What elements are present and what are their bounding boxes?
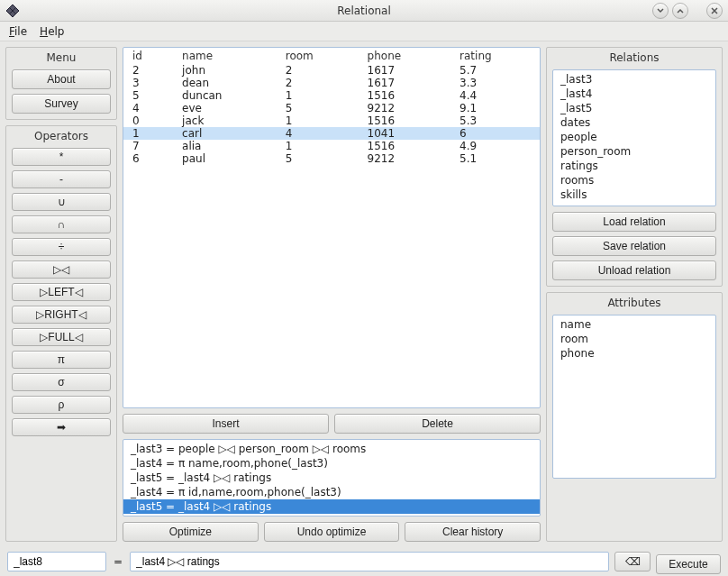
operator-button-10[interactable]: σ	[12, 373, 111, 391]
delete-button[interactable]: Delete	[334, 414, 541, 434]
expression-input[interactable]	[130, 552, 609, 571]
optimize-button[interactable]: Optimize	[123, 522, 259, 542]
relation-item[interactable]: ratings	[553, 159, 715, 173]
operator-button-0[interactable]: *	[12, 148, 111, 166]
menu-bar: File Help	[0, 22, 728, 41]
relation-item[interactable]: skills	[553, 187, 715, 202]
relation-data-table[interactable]: idnameroomphonerating 2john216175.73dean…	[123, 47, 541, 408]
save-relation-button[interactable]: Save relation	[552, 236, 716, 256]
maximize-button[interactable]	[672, 3, 688, 19]
about-button[interactable]: About	[12, 69, 111, 89]
relation-item[interactable]: _last3	[553, 72, 715, 87]
relation-item[interactable]: person_room	[553, 144, 715, 159]
attributes-panel: Attributes nameroomphone	[546, 292, 723, 542]
undo-optimize-button[interactable]: Undo optimize	[264, 522, 400, 542]
column-header[interactable]: room	[277, 48, 359, 64]
history-item[interactable]: _last5 = _last4 ▷◁ ratings	[123, 499, 540, 514]
operator-button-3[interactable]: ∩	[12, 215, 111, 233]
history-item[interactable]: _last4 = π name,room,phone(_last3)	[123, 456, 540, 471]
operator-button-1[interactable]: -	[12, 170, 111, 188]
menu-help[interactable]: Help	[40, 25, 64, 38]
title-bar: Relational	[0, 0, 728, 22]
table-row[interactable]: 6paul592125.1	[123, 152, 540, 165]
table-row[interactable]: 5duncan115164.4	[123, 89, 540, 102]
operator-button-5[interactable]: ▷◁	[12, 261, 111, 279]
operator-button-11[interactable]: ρ	[12, 396, 111, 414]
history-item[interactable]: _last3 = people ▷◁ person_room ▷◁ rooms	[123, 442, 540, 456]
table-row[interactable]: 4eve592129.1	[123, 102, 540, 114]
attributes-list[interactable]: nameroomphone	[552, 315, 716, 479]
history-item[interactable]: _last5 = _last4 ▷◁ ratings	[123, 471, 540, 485]
menu-file[interactable]: File	[9, 25, 27, 38]
relation-item[interactable]: dates	[553, 115, 715, 130]
operators-panel: Operators *-∪∩÷▷◁▷LEFT◁▷RIGHT◁▷FULL◁πσρ➡	[5, 125, 117, 542]
attribute-item[interactable]: phone	[553, 346, 715, 361]
operator-button-8[interactable]: ▷FULL◁	[12, 328, 111, 346]
unload-relation-button[interactable]: Unload relation	[552, 261, 716, 280]
attributes-panel-label: Attributes	[552, 297, 716, 309]
expression-bar: = ⌫ Execute	[0, 547, 728, 576]
operator-button-2[interactable]: ∪	[12, 193, 111, 211]
insert-button[interactable]: Insert	[123, 414, 329, 434]
column-header[interactable]: phone	[359, 48, 450, 64]
relation-item[interactable]: people	[553, 130, 715, 144]
column-header[interactable]: name	[173, 48, 277, 64]
window-title: Relational	[0, 5, 728, 17]
operator-button-9[interactable]: π	[12, 351, 111, 369]
app-icon	[5, 4, 20, 18]
table-row[interactable]: 2john216175.7	[123, 64, 540, 77]
history-item[interactable]: _last4 = π id,name,room,phone(_last3)	[123, 485, 540, 499]
menu-panel: Menu About Survey	[5, 47, 117, 120]
minimize-button[interactable]	[652, 3, 669, 19]
relation-item[interactable]: rooms	[553, 173, 715, 187]
operator-button-6[interactable]: ▷LEFT◁	[12, 283, 111, 301]
operators-panel-label: Operators	[12, 130, 111, 142]
execute-button[interactable]: Execute	[656, 554, 721, 574]
menu-panel-label: Menu	[12, 51, 111, 64]
result-name-input[interactable]	[7, 552, 106, 571]
table-row[interactable]: 7alia115164.9	[123, 140, 540, 152]
table-row[interactable]: 0jack115165.3	[123, 114, 540, 127]
operator-button-4[interactable]: ÷	[12, 238, 111, 256]
history-list[interactable]: _last3 = people ▷◁ person_room ▷◁ rooms_…	[123, 439, 541, 517]
relations-list[interactable]: _last3_last4_last5datespeopleperson_room…	[552, 69, 716, 206]
column-header[interactable]: rating	[450, 48, 540, 64]
attribute-item[interactable]: name	[553, 317, 715, 332]
relation-item[interactable]: _last4	[553, 87, 715, 101]
column-header[interactable]: id	[123, 48, 173, 64]
table-row[interactable]: 3dean216173.3	[123, 77, 540, 89]
relations-panel: Relations _last3_last4_last5datespeoplep…	[546, 47, 723, 287]
relation-item[interactable]: _last5	[553, 101, 715, 115]
clear-history-button[interactable]: Clear history	[405, 522, 541, 542]
backspace-button[interactable]: ⌫	[614, 552, 651, 571]
table-row[interactable]: 1carl410416	[123, 127, 540, 140]
operator-button-12[interactable]: ➡	[12, 418, 111, 436]
close-button[interactable]	[706, 3, 723, 19]
attribute-item[interactable]: room	[553, 332, 715, 346]
operator-button-7[interactable]: ▷RIGHT◁	[12, 306, 111, 324]
equals-label: =	[112, 555, 124, 568]
load-relation-button[interactable]: Load relation	[552, 212, 716, 232]
survey-button[interactable]: Survey	[12, 94, 111, 114]
relations-panel-label: Relations	[552, 51, 716, 64]
